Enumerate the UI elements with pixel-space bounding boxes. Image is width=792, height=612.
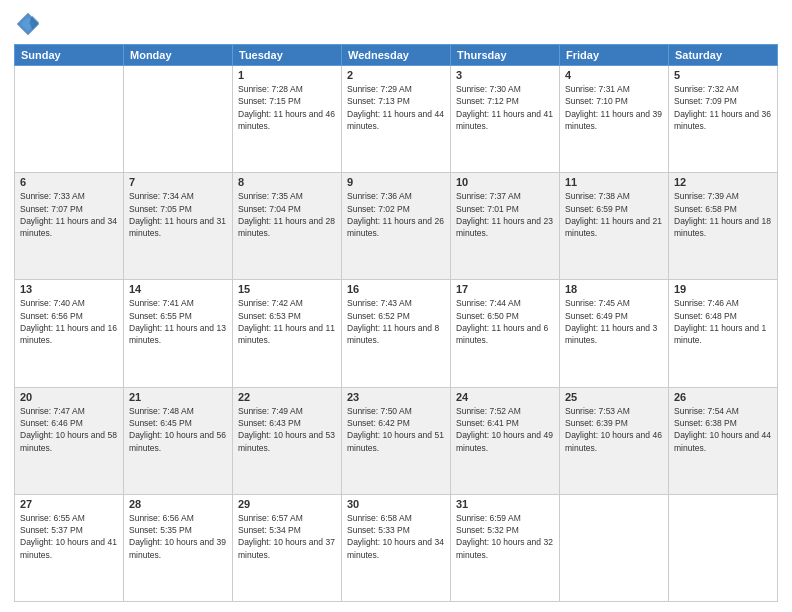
day-number: 6 — [20, 176, 118, 188]
calendar-cell: 28Sunrise: 6:56 AM Sunset: 5:35 PM Dayli… — [124, 494, 233, 601]
generalblue-icon — [14, 10, 42, 38]
calendar-cell: 5Sunrise: 7:32 AM Sunset: 7:09 PM Daylig… — [669, 66, 778, 173]
cell-info: Sunrise: 7:36 AM Sunset: 7:02 PM Dayligh… — [347, 190, 445, 239]
logo-area — [14, 10, 46, 38]
weekday-header-monday: Monday — [124, 45, 233, 66]
weekday-header-saturday: Saturday — [669, 45, 778, 66]
cell-info: Sunrise: 6:55 AM Sunset: 5:37 PM Dayligh… — [20, 512, 118, 561]
cell-info: Sunrise: 7:45 AM Sunset: 6:49 PM Dayligh… — [565, 297, 663, 346]
cell-info: Sunrise: 7:42 AM Sunset: 6:53 PM Dayligh… — [238, 297, 336, 346]
cell-info: Sunrise: 7:35 AM Sunset: 7:04 PM Dayligh… — [238, 190, 336, 239]
day-number: 30 — [347, 498, 445, 510]
day-number: 24 — [456, 391, 554, 403]
calendar-cell: 17Sunrise: 7:44 AM Sunset: 6:50 PM Dayli… — [451, 280, 560, 387]
weekday-header-thursday: Thursday — [451, 45, 560, 66]
day-number: 15 — [238, 283, 336, 295]
calendar-cell: 13Sunrise: 7:40 AM Sunset: 6:56 PM Dayli… — [15, 280, 124, 387]
day-number: 1 — [238, 69, 336, 81]
weekday-header-row: SundayMondayTuesdayWednesdayThursdayFrid… — [15, 45, 778, 66]
cell-info: Sunrise: 7:46 AM Sunset: 6:48 PM Dayligh… — [674, 297, 772, 346]
cell-info: Sunrise: 7:43 AM Sunset: 6:52 PM Dayligh… — [347, 297, 445, 346]
calendar-cell: 1Sunrise: 7:28 AM Sunset: 7:15 PM Daylig… — [233, 66, 342, 173]
cell-info: Sunrise: 7:34 AM Sunset: 7:05 PM Dayligh… — [129, 190, 227, 239]
day-number: 2 — [347, 69, 445, 81]
day-number: 28 — [129, 498, 227, 510]
day-number: 3 — [456, 69, 554, 81]
day-number: 8 — [238, 176, 336, 188]
day-number: 26 — [674, 391, 772, 403]
cell-info: Sunrise: 6:57 AM Sunset: 5:34 PM Dayligh… — [238, 512, 336, 561]
cell-info: Sunrise: 7:52 AM Sunset: 6:41 PM Dayligh… — [456, 405, 554, 454]
day-number: 11 — [565, 176, 663, 188]
calendar-cell: 6Sunrise: 7:33 AM Sunset: 7:07 PM Daylig… — [15, 173, 124, 280]
day-number: 14 — [129, 283, 227, 295]
calendar-cell: 20Sunrise: 7:47 AM Sunset: 6:46 PM Dayli… — [15, 387, 124, 494]
calendar-cell: 27Sunrise: 6:55 AM Sunset: 5:37 PM Dayli… — [15, 494, 124, 601]
calendar-cell: 25Sunrise: 7:53 AM Sunset: 6:39 PM Dayli… — [560, 387, 669, 494]
header — [14, 10, 778, 38]
calendar-row-0: 1Sunrise: 7:28 AM Sunset: 7:15 PM Daylig… — [15, 66, 778, 173]
cell-info: Sunrise: 7:28 AM Sunset: 7:15 PM Dayligh… — [238, 83, 336, 132]
calendar-cell: 3Sunrise: 7:30 AM Sunset: 7:12 PM Daylig… — [451, 66, 560, 173]
cell-info: Sunrise: 7:53 AM Sunset: 6:39 PM Dayligh… — [565, 405, 663, 454]
weekday-header-tuesday: Tuesday — [233, 45, 342, 66]
calendar-cell: 19Sunrise: 7:46 AM Sunset: 6:48 PM Dayli… — [669, 280, 778, 387]
day-number: 13 — [20, 283, 118, 295]
day-number: 7 — [129, 176, 227, 188]
cell-info: Sunrise: 7:49 AM Sunset: 6:43 PM Dayligh… — [238, 405, 336, 454]
calendar-cell: 18Sunrise: 7:45 AM Sunset: 6:49 PM Dayli… — [560, 280, 669, 387]
calendar-cell: 23Sunrise: 7:50 AM Sunset: 6:42 PM Dayli… — [342, 387, 451, 494]
day-number: 16 — [347, 283, 445, 295]
calendar-cell — [15, 66, 124, 173]
calendar-row-2: 13Sunrise: 7:40 AM Sunset: 6:56 PM Dayli… — [15, 280, 778, 387]
calendar-cell: 7Sunrise: 7:34 AM Sunset: 7:05 PM Daylig… — [124, 173, 233, 280]
calendar-cell — [560, 494, 669, 601]
cell-info: Sunrise: 7:30 AM Sunset: 7:12 PM Dayligh… — [456, 83, 554, 132]
calendar-cell: 30Sunrise: 6:58 AM Sunset: 5:33 PM Dayli… — [342, 494, 451, 601]
cell-info: Sunrise: 7:31 AM Sunset: 7:10 PM Dayligh… — [565, 83, 663, 132]
cell-info: Sunrise: 7:38 AM Sunset: 6:59 PM Dayligh… — [565, 190, 663, 239]
day-number: 20 — [20, 391, 118, 403]
calendar-cell: 4Sunrise: 7:31 AM Sunset: 7:10 PM Daylig… — [560, 66, 669, 173]
calendar-cell: 14Sunrise: 7:41 AM Sunset: 6:55 PM Dayli… — [124, 280, 233, 387]
cell-info: Sunrise: 7:48 AM Sunset: 6:45 PM Dayligh… — [129, 405, 227, 454]
calendar-cell: 9Sunrise: 7:36 AM Sunset: 7:02 PM Daylig… — [342, 173, 451, 280]
calendar-row-4: 27Sunrise: 6:55 AM Sunset: 5:37 PM Dayli… — [15, 494, 778, 601]
day-number: 4 — [565, 69, 663, 81]
day-number: 23 — [347, 391, 445, 403]
calendar-cell: 24Sunrise: 7:52 AM Sunset: 6:41 PM Dayli… — [451, 387, 560, 494]
day-number: 17 — [456, 283, 554, 295]
cell-info: Sunrise: 6:59 AM Sunset: 5:32 PM Dayligh… — [456, 512, 554, 561]
cell-info: Sunrise: 7:39 AM Sunset: 6:58 PM Dayligh… — [674, 190, 772, 239]
calendar-cell: 15Sunrise: 7:42 AM Sunset: 6:53 PM Dayli… — [233, 280, 342, 387]
day-number: 25 — [565, 391, 663, 403]
calendar-cell: 16Sunrise: 7:43 AM Sunset: 6:52 PM Dayli… — [342, 280, 451, 387]
day-number: 5 — [674, 69, 772, 81]
calendar-table: SundayMondayTuesdayWednesdayThursdayFrid… — [14, 44, 778, 602]
calendar-cell: 22Sunrise: 7:49 AM Sunset: 6:43 PM Dayli… — [233, 387, 342, 494]
cell-info: Sunrise: 7:47 AM Sunset: 6:46 PM Dayligh… — [20, 405, 118, 454]
cell-info: Sunrise: 7:37 AM Sunset: 7:01 PM Dayligh… — [456, 190, 554, 239]
day-number: 10 — [456, 176, 554, 188]
cell-info: Sunrise: 7:32 AM Sunset: 7:09 PM Dayligh… — [674, 83, 772, 132]
calendar-row-3: 20Sunrise: 7:47 AM Sunset: 6:46 PM Dayli… — [15, 387, 778, 494]
calendar-cell: 29Sunrise: 6:57 AM Sunset: 5:34 PM Dayli… — [233, 494, 342, 601]
cell-info: Sunrise: 7:54 AM Sunset: 6:38 PM Dayligh… — [674, 405, 772, 454]
day-number: 29 — [238, 498, 336, 510]
cell-info: Sunrise: 7:44 AM Sunset: 6:50 PM Dayligh… — [456, 297, 554, 346]
cell-info: Sunrise: 7:29 AM Sunset: 7:13 PM Dayligh… — [347, 83, 445, 132]
calendar-cell: 8Sunrise: 7:35 AM Sunset: 7:04 PM Daylig… — [233, 173, 342, 280]
cell-info: Sunrise: 7:50 AM Sunset: 6:42 PM Dayligh… — [347, 405, 445, 454]
weekday-header-sunday: Sunday — [15, 45, 124, 66]
calendar-cell: 21Sunrise: 7:48 AM Sunset: 6:45 PM Dayli… — [124, 387, 233, 494]
cell-info: Sunrise: 6:58 AM Sunset: 5:33 PM Dayligh… — [347, 512, 445, 561]
calendar-cell: 31Sunrise: 6:59 AM Sunset: 5:32 PM Dayli… — [451, 494, 560, 601]
cell-info: Sunrise: 7:33 AM Sunset: 7:07 PM Dayligh… — [20, 190, 118, 239]
calendar-cell: 26Sunrise: 7:54 AM Sunset: 6:38 PM Dayli… — [669, 387, 778, 494]
cell-info: Sunrise: 6:56 AM Sunset: 5:35 PM Dayligh… — [129, 512, 227, 561]
cell-info: Sunrise: 7:41 AM Sunset: 6:55 PM Dayligh… — [129, 297, 227, 346]
weekday-header-wednesday: Wednesday — [342, 45, 451, 66]
day-number: 31 — [456, 498, 554, 510]
day-number: 22 — [238, 391, 336, 403]
calendar-cell: 12Sunrise: 7:39 AM Sunset: 6:58 PM Dayli… — [669, 173, 778, 280]
